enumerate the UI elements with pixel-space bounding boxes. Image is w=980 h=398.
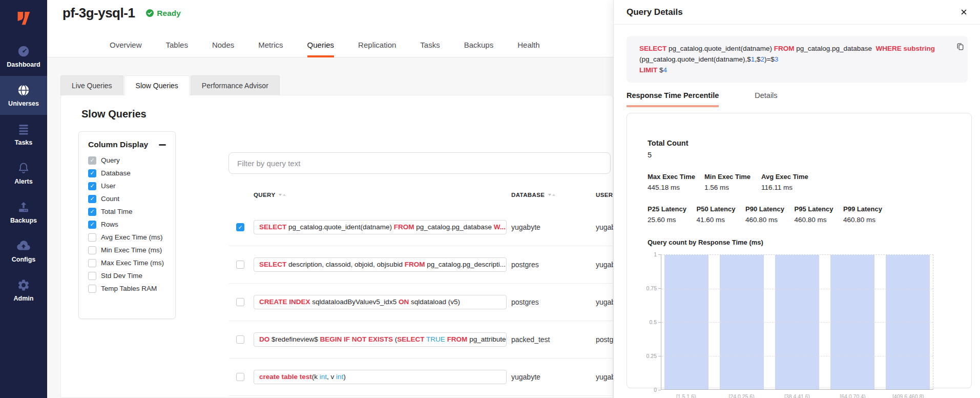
row-divider <box>229 321 613 321</box>
checkbox[interactable]: ✓ <box>88 208 96 216</box>
checkbox-label: Database <box>101 169 131 177</box>
sidebar-item-universes[interactable]: Universes <box>0 76 47 115</box>
stat-p99-latency: P99 Latency460.80 ms <box>843 205 892 224</box>
sidebar-item-admin[interactable]: Admin <box>0 271 47 310</box>
query-cell[interactable]: SELECT pg_catalog.quote_ident(datname) F… <box>254 220 507 234</box>
sidebar-item-configs[interactable]: Configs <box>0 232 47 271</box>
tab-tasks[interactable]: Tasks <box>420 41 440 57</box>
queries-subtabs: Live QueriesSlow QueriesPerformance Advi… <box>60 75 280 95</box>
checkbox-label: User <box>101 182 116 190</box>
column-header-query[interactable]: QUERY <box>254 192 286 198</box>
details-tab-details[interactable]: Details <box>755 91 777 107</box>
subtab-performance-advisor[interactable]: Performance Advisor <box>191 75 280 95</box>
database-cell: postgres <box>511 295 539 309</box>
checkbox[interactable] <box>88 285 96 293</box>
column-display-options: ✓Query✓Database✓User✓Count✓Total Time✓Ro… <box>79 154 175 295</box>
chart-plot-area <box>661 254 933 390</box>
stat-min-exec-time: Min Exec Time1.56 ms <box>704 173 761 191</box>
chart-x-axis: [1.5,1.6)[24.0,25.6)[38.4,41.6)[64.0,70.… <box>661 393 933 398</box>
checkbox-label: Std Dev Time <box>101 272 142 280</box>
checkbox[interactable] <box>88 233 96 242</box>
tab-metrics[interactable]: Metrics <box>258 41 283 57</box>
checkbox[interactable]: ✓ <box>88 182 96 190</box>
column-option-total-time: ✓Total Time <box>79 205 175 218</box>
subtab-live-queries[interactable]: Live Queries <box>60 75 123 95</box>
query-cell[interactable]: SELECT description, classoid, objoid, ob… <box>254 257 507 272</box>
row-checkbox[interactable] <box>236 261 244 269</box>
bell-icon <box>17 162 30 175</box>
tab-tables[interactable]: Tables <box>166 41 188 57</box>
sidebar-item-backups[interactable]: Backups <box>0 193 47 232</box>
checkbox[interactable]: ✓ <box>88 221 96 229</box>
column-option-count: ✓Count <box>79 192 175 205</box>
column-option-rows: ✓Rows <box>79 218 175 231</box>
sidebar-item-alerts[interactable]: Alerts <box>0 154 47 193</box>
sidebar-item-label: Alerts <box>14 178 32 185</box>
query-cell[interactable]: create table test(k int, v int) <box>254 370 507 384</box>
stat-label: P95 Latency <box>795 205 844 213</box>
y-tick-label: 0 <box>654 387 657 393</box>
status-label: Ready <box>157 9 181 18</box>
row-checkbox[interactable]: ✓ <box>236 223 244 231</box>
row-checkbox[interactable] <box>236 298 244 306</box>
tab-backups[interactable]: Backups <box>464 41 494 57</box>
sidebar-item-dashboard[interactable]: Dashboard <box>0 37 47 76</box>
row-checkbox[interactable] <box>236 335 244 344</box>
query-cell[interactable]: CREATE INDEX sqldataloadByValuev5_idx5 O… <box>254 295 507 309</box>
x-tick-label: [38.4,41.6) <box>775 393 819 398</box>
checkbox-label: Count <box>101 195 119 203</box>
tab-replication[interactable]: Replication <box>358 41 396 57</box>
checkbox[interactable]: ✓ <box>88 195 96 203</box>
exec-time-stats: Max Exec Time445.18 msMin Exec Time1.56 … <box>648 173 952 191</box>
row-checkbox[interactable] <box>236 373 244 381</box>
column-option-database: ✓Database <box>79 167 175 180</box>
sidebar-item-label: Backups <box>10 217 37 224</box>
yugabyte-logo[interactable] <box>0 0 47 37</box>
tab-queries[interactable]: Queries <box>307 41 335 57</box>
stat-value: 116.11 ms <box>761 184 818 191</box>
query-filter-input[interactable] <box>228 152 611 174</box>
checkbox[interactable] <box>88 259 96 267</box>
stat-value: 41.60 ms <box>697 216 746 224</box>
column-header-database[interactable]: DATABASE <box>511 192 555 198</box>
row-divider <box>229 246 613 246</box>
stat-avg-exec-time: Avg Exec Time116.11 ms <box>761 173 818 191</box>
checkbox-label: Rows <box>101 221 118 228</box>
column-option-user: ✓User <box>79 180 175 192</box>
minus-icon[interactable] <box>159 144 166 146</box>
column-option-temp-tables-ram: Temp Tables RAM <box>79 282 175 295</box>
tab-overview[interactable]: Overview <box>110 41 142 57</box>
sql-statement: SELECT pg_catalog.quote_ident(datname) F… <box>627 36 968 83</box>
copy-icon[interactable] <box>956 42 965 53</box>
database-cell: postgres <box>511 257 539 272</box>
universe-tabs: OverviewTablesNodesMetricsQueriesReplica… <box>110 41 540 57</box>
sidebar-item-tasks[interactable]: Tasks <box>0 115 47 154</box>
row-divider <box>229 283 613 284</box>
subtab-slow-queries[interactable]: Slow Queries <box>124 75 190 95</box>
checkbox[interactable]: ✓ <box>88 169 96 177</box>
x-tick-label: [24.0,25.6) <box>719 393 763 398</box>
sidebar-nav: DashboardUniversesTasksAlertsBackupsConf… <box>0 37 47 310</box>
column-header-label: QUERY <box>254 192 275 198</box>
tab-nodes[interactable]: Nodes <box>212 41 234 57</box>
close-icon[interactable] <box>961 9 967 15</box>
checkbox[interactable] <box>88 272 96 280</box>
column-option-min-exec-time-ms-: Min Exec Time (ms) <box>79 244 175 256</box>
sidebar-item-label: Dashboard <box>7 61 40 68</box>
percentile-card: Total Count 5 Max Exec Time445.18 msMin … <box>627 113 972 388</box>
tab-health[interactable]: Health <box>517 41 539 57</box>
y-tick-label: 0.25 <box>647 353 657 359</box>
details-tab-response-time-percentile[interactable]: Response Time Percentile <box>627 91 719 107</box>
checkbox-label: Query <box>101 156 120 164</box>
sidebar-item-label: Configs <box>12 256 36 263</box>
checkbox[interactable] <box>88 246 96 254</box>
query-cell[interactable]: DO $redefineview$ BEGIN IF NOT EXISTS (S… <box>254 332 507 347</box>
stat-value: 25.60 ms <box>648 216 697 224</box>
gauge-icon <box>17 45 30 58</box>
stat-value: 445.18 ms <box>648 184 704 191</box>
sort-icon[interactable] <box>548 194 555 196</box>
sort-icon[interactable] <box>279 194 286 196</box>
stat-label: P25 Latency <box>648 205 697 213</box>
universe-title: pf-3g-ysql-1 <box>62 5 135 21</box>
stat-label: P50 Latency <box>697 205 746 213</box>
